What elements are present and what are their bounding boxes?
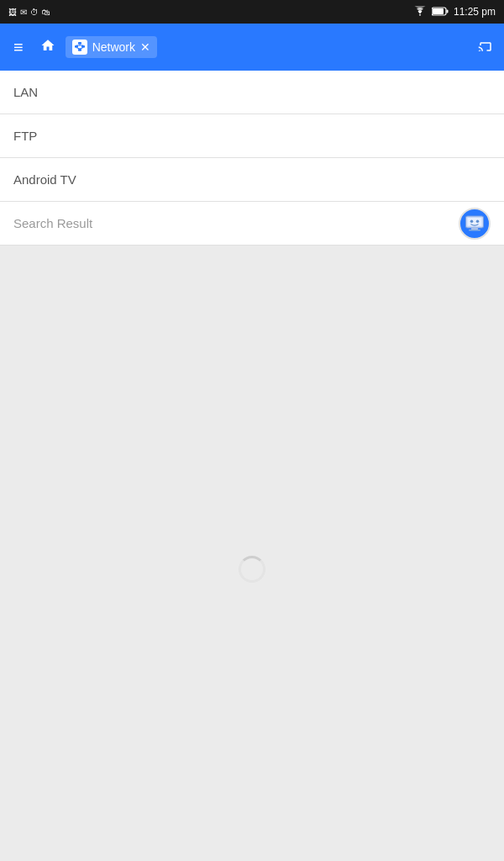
android-tv-item[interactable]: Android TV	[0, 158, 504, 202]
main-area	[0, 246, 504, 861]
notification-icon-4: 🛍	[42, 8, 50, 17]
status-bar-right: 11:25 pm	[413, 6, 496, 18]
svg-point-16	[470, 219, 474, 223]
svg-point-17	[476, 219, 480, 223]
cast-icon[interactable]	[474, 34, 497, 61]
home-icon[interactable]	[37, 34, 59, 61]
svg-rect-1	[433, 8, 444, 14]
menu-icon[interactable]: ≡	[7, 31, 30, 64]
tab-close-icon[interactable]: ✕	[140, 41, 150, 53]
ftp-item[interactable]: FTP	[0, 114, 504, 158]
status-bar-left: 🖼 ✉ ⏱ 🛍	[8, 8, 50, 17]
notification-icon-2: ✉	[20, 8, 27, 17]
status-time: 11:25 pm	[454, 6, 496, 18]
lan-label: LAN	[13, 85, 38, 99]
wifi-icon	[413, 6, 427, 18]
content-area: LAN FTP Android TV Search Result	[0, 71, 504, 246]
notification-icon-1: 🖼	[8, 8, 17, 17]
svg-rect-3	[78, 49, 81, 51]
network-tab[interactable]: Network ✕	[66, 36, 157, 58]
svg-rect-2	[446, 9, 448, 13]
svg-rect-6	[78, 42, 81, 45]
app-bar: ≡ Network ✕	[0, 24, 504, 71]
svg-rect-13	[468, 218, 482, 226]
network-tab-icon	[72, 40, 87, 55]
svg-rect-15	[469, 230, 480, 230]
svg-line-9	[80, 48, 83, 49]
ftp-label: FTP	[13, 129, 37, 143]
search-result-avatar	[459, 208, 491, 240]
svg-rect-14	[471, 227, 478, 229]
status-bar: 🖼 ✉ ⏱ 🛍 11:25 pm	[0, 0, 504, 24]
battery-icon	[432, 7, 449, 18]
search-result-label: Search Result	[13, 216, 92, 230]
lan-item[interactable]: LAN	[0, 71, 504, 114]
network-tab-label: Network	[92, 40, 135, 54]
avatar-inner	[460, 209, 489, 238]
loading-spinner	[239, 556, 265, 583]
svg-line-8	[76, 48, 80, 49]
search-result-row[interactable]: Search Result	[0, 202, 504, 246]
android-tv-label: Android TV	[13, 172, 76, 187]
notification-icon-3: ⏱	[30, 8, 39, 17]
